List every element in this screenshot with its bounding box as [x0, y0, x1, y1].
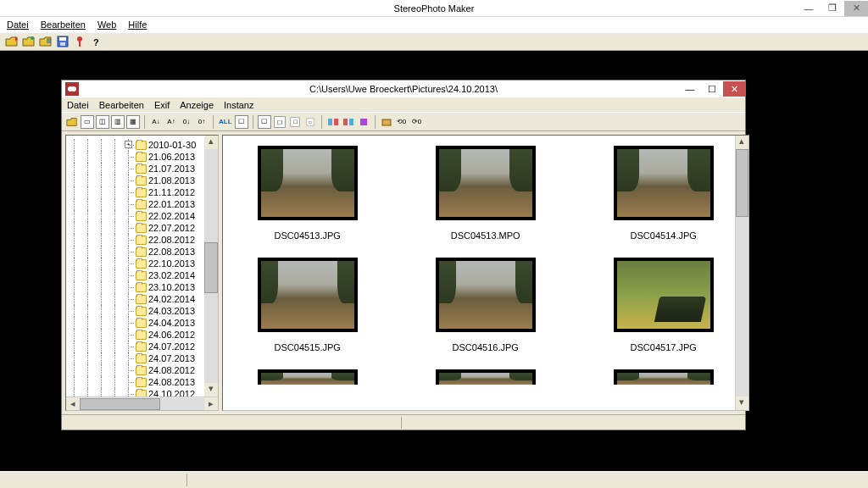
thumbnail-cell[interactable]: DSC04517.JPG [599, 258, 728, 369]
thumbnail-cell[interactable] [243, 369, 372, 385]
folder-node[interactable]: 22.02.2014 [68, 210, 203, 222]
folder-node[interactable]: 24.07.2013 [68, 352, 203, 364]
tb-stereo-1-icon[interactable] [326, 115, 340, 129]
scroll-down-icon[interactable]: ▾ [736, 396, 748, 410]
folder-node[interactable]: 21.06.2013 [68, 151, 203, 163]
folder-label: 23.02.2014 [148, 270, 195, 280]
app-maximize-button[interactable]: ❐ [821, 1, 844, 16]
thumbnail-image [617, 373, 710, 385]
scroll-down-icon[interactable]: ▾ [204, 383, 218, 396]
scroll-left-icon[interactable]: ◂ [66, 398, 80, 409]
thumbnail-cell[interactable]: DSC04514.JPG [599, 146, 728, 258]
scroll-thumb[interactable] [204, 242, 218, 293]
tb-open-icon[interactable] [65, 115, 79, 129]
help-icon[interactable]: ? [90, 35, 103, 48]
browser-menu-exif[interactable]: Exif [154, 100, 170, 110]
thumbs-vscrollbar[interactable]: ▴ ▾ [735, 136, 748, 410]
scroll-right-icon[interactable]: ▸ [204, 398, 218, 409]
folder-icon [136, 330, 147, 340]
folder-icon [136, 259, 147, 269]
scroll-up-icon[interactable]: ▴ [204, 136, 218, 149]
folder-node[interactable]: 23.10.2013 [68, 281, 203, 293]
tb-sort-asc-icon[interactable]: A↓ [149, 115, 163, 129]
folder-icon [136, 390, 147, 397]
folder-node[interactable]: 24.04.2013 [68, 317, 203, 329]
tb-thumb-s-icon[interactable]: ☐ [290, 117, 299, 126]
folder-node[interactable]: 21.08.2013 [68, 175, 203, 186]
pin-icon[interactable] [73, 35, 86, 48]
folder-node[interactable]: 24.03.2013 [68, 305, 203, 317]
open-stereo-icon[interactable] [22, 35, 36, 48]
browser-menu-bearbeiten[interactable]: Bearbeiten [99, 100, 144, 110]
browser-menu-anzeige[interactable]: Anzeige [180, 100, 214, 110]
folder-node[interactable]: 22.08.2013 [68, 246, 203, 258]
save-icon[interactable] [56, 35, 70, 48]
open-left-icon[interactable] [5, 35, 19, 48]
folder-node[interactable]: 23.02.2014 [68, 269, 203, 281]
browser-menu-datei[interactable]: Datei [67, 100, 89, 110]
folder-node[interactable]: 24.06.2012 [68, 329, 203, 341]
tb-thumb-m-icon[interactable]: ☐ [274, 116, 286, 128]
open-list-icon[interactable] [39, 35, 53, 48]
folder-node[interactable]: 22.08.2012 [68, 234, 203, 246]
expand-toggle-icon[interactable]: + [125, 141, 132, 148]
folder-node[interactable]: 22.01.2013 [68, 198, 203, 210]
browser-titlebar[interactable]: C:\Users\Uwe Broeckert\Pictures\24.10.20… [62, 80, 745, 97]
tb-view-3-icon[interactable]: ▥ [111, 115, 125, 129]
tree-hscrollbar[interactable]: ◂ ▸ [66, 396, 218, 410]
thumbnail-grid[interactable]: DSC04513.JPGDSC04513.MPODSC04514.JPGDSC0… [223, 136, 735, 410]
browser-window: C:\Users\Uwe Broeckert\Pictures\24.10.20… [61, 80, 746, 430]
folder-node[interactable]: 21.07.2013 [68, 163, 203, 175]
browser-close-button[interactable]: ✕ [723, 81, 745, 97]
thumbnail-frame [436, 146, 536, 220]
folder-node[interactable]: 24.08.2013 [68, 376, 203, 388]
folder-node[interactable]: 22.10.2013 [68, 258, 203, 269]
scroll-thumb[interactable] [736, 149, 748, 217]
scroll-up-icon[interactable]: ▴ [736, 136, 748, 149]
app-minimize-button[interactable]: — [797, 1, 821, 16]
tb-thumb-xs-icon[interactable]: ☐ [306, 118, 314, 125]
tb-sort-desc-icon[interactable]: A↑ [164, 115, 178, 129]
thumbnail-cell[interactable] [421, 369, 550, 385]
tb-stereo-2-icon[interactable] [342, 115, 355, 129]
tb-rename-icon[interactable] [380, 115, 393, 129]
tb-thumb-l-icon[interactable]: ☐ [258, 115, 271, 129]
folder-node[interactable]: 21.11.2012 [68, 186, 203, 198]
tb-view-4-icon[interactable]: ▦ [126, 115, 140, 129]
app-close-button[interactable]: ✕ [844, 1, 868, 16]
folder-icon [136, 152, 147, 162]
tb-num-desc-icon[interactable]: 0↑ [195, 115, 209, 129]
menu-web[interactable]: Web [97, 19, 116, 30]
folder-node[interactable]: 24.08.2012 [68, 364, 203, 376]
folder-node[interactable]: 24.02.2014 [68, 293, 203, 305]
browser-minimize-button[interactable]: — [679, 81, 701, 97]
tb-rotate-l-icon[interactable]: ⟲0 [395, 115, 409, 129]
menu-datei[interactable]: Datei [7, 19, 29, 30]
menu-hilfe[interactable]: Hilfe [128, 19, 147, 30]
thumbnail-cell[interactable] [599, 369, 728, 385]
browser-maximize-button[interactable]: ☐ [701, 81, 723, 97]
tb-rotate-r-icon[interactable]: ⟳0 [410, 115, 424, 129]
browser-statusbar [62, 414, 745, 430]
folder-node[interactable]: 24.07.2012 [68, 341, 203, 352]
folder-node[interactable]: +2010-01-30 [68, 139, 203, 151]
tree-vscrollbar[interactable]: ▴ ▾ [204, 136, 218, 396]
tb-thumb-xl-icon[interactable]: ☐ [235, 115, 248, 129]
tb-num-asc-icon[interactable]: 0↓ [180, 115, 193, 129]
svg-rect-5 [79, 41, 81, 47]
tb-view-2-icon[interactable]: ◫ [96, 115, 109, 129]
scroll-thumb[interactable] [80, 398, 160, 410]
thumbnail-cell[interactable]: DSC04516.JPG [421, 258, 550, 369]
folder-label: 24.07.2012 [148, 341, 195, 352]
folder-tree[interactable]: +2010-01-3021.06.201321.07.201321.08.201… [66, 136, 204, 396]
thumbnail-cell[interactable]: DSC04515.JPG [243, 258, 372, 369]
folder-node[interactable]: 24.10.2012 [68, 388, 203, 396]
thumbnail-cell[interactable]: DSC04513.JPG [243, 146, 372, 258]
tb-anaglyph-icon[interactable] [357, 115, 370, 129]
folder-node[interactable]: 22.07.2012 [68, 222, 203, 234]
tb-view-1-icon[interactable]: ▭ [81, 115, 94, 129]
menu-bearbeiten[interactable]: Bearbeiten [41, 19, 86, 30]
thumbnail-cell[interactable]: DSC04513.MPO [421, 146, 550, 258]
browser-menu-instanz[interactable]: Instanz [224, 100, 253, 110]
tb-select-all-button[interactable]: ALL [218, 115, 233, 129]
